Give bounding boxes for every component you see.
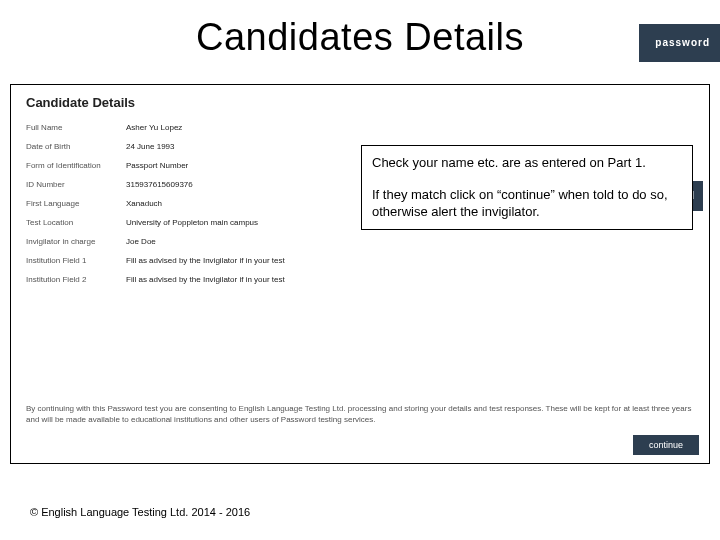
detail-label: First Language bbox=[26, 199, 126, 208]
detail-row: Form of IdentificationPassport Number bbox=[26, 161, 356, 170]
detail-value: Fill as advised by the Invigilator if in… bbox=[126, 256, 356, 265]
detail-row: Test LocationUniversity of Poppleton mai… bbox=[26, 218, 356, 227]
instruction-callout: Check your name etc. are as entered on P… bbox=[361, 145, 693, 230]
copyright-footer: © English Language Testing Ltd. 2014 - 2… bbox=[30, 506, 250, 518]
consent-text: By continuing with this Password test yo… bbox=[26, 403, 694, 425]
detail-value: Passport Number bbox=[126, 161, 356, 170]
detail-label: Invigilator in charge bbox=[26, 237, 126, 246]
detail-label: ID Number bbox=[26, 180, 126, 189]
logo-text: password bbox=[639, 24, 720, 62]
callout-line-2: If they match click on “continue” when t… bbox=[372, 186, 682, 221]
detail-row: Invigilator in chargeJoe Doe bbox=[26, 237, 356, 246]
continue-button[interactable]: continue bbox=[633, 435, 699, 455]
detail-row: Institution Field 2Fill as advised by th… bbox=[26, 275, 356, 284]
detail-value: Fill as advised by the Invigilator if in… bbox=[126, 275, 356, 284]
detail-row: First LanguageXanaduch bbox=[26, 199, 356, 208]
detail-value: 24 June 1993 bbox=[126, 142, 356, 151]
detail-label: Form of Identification bbox=[26, 161, 126, 170]
section-heading: Candidate Details bbox=[26, 95, 135, 110]
detail-label: Test Location bbox=[26, 218, 126, 227]
detail-row: Full NameAsher Yu Lopez bbox=[26, 123, 356, 132]
detail-value: 315937615609376 bbox=[126, 180, 356, 189]
app-window-frame: password Candidate Details Full NameAshe… bbox=[10, 84, 710, 464]
detail-row: ID Number315937615609376 bbox=[26, 180, 356, 189]
detail-value: Xanaduch bbox=[126, 199, 356, 208]
page-title: Candidates Details bbox=[0, 16, 720, 59]
detail-label: Date of Birth bbox=[26, 142, 126, 151]
detail-value: Asher Yu Lopez bbox=[126, 123, 356, 132]
password-logo-top: password bbox=[639, 24, 720, 62]
callout-line-1: Check your name etc. are as entered on P… bbox=[372, 154, 682, 172]
detail-value: University of Poppleton main campus bbox=[126, 218, 356, 227]
detail-row: Institution Field 1Fill as advised by th… bbox=[26, 256, 356, 265]
detail-label: Institution Field 1 bbox=[26, 256, 126, 265]
candidate-details-list: Full NameAsher Yu Lopez Date of Birth24 … bbox=[26, 123, 356, 294]
detail-row: Date of Birth24 June 1993 bbox=[26, 142, 356, 151]
slide: { "title": "Candidates Details", "logo_t… bbox=[0, 0, 720, 540]
detail-label: Full Name bbox=[26, 123, 126, 132]
detail-value: Joe Doe bbox=[126, 237, 356, 246]
detail-label: Institution Field 2 bbox=[26, 275, 126, 284]
